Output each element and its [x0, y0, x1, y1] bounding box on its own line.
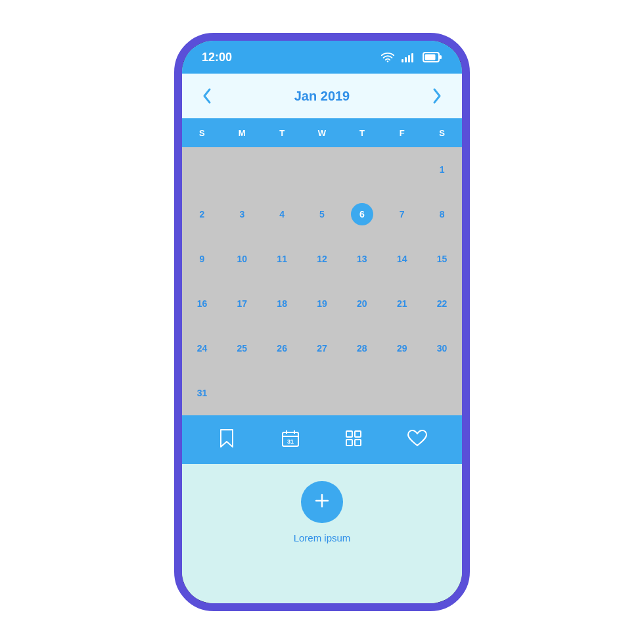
- svg-rect-16: [355, 440, 361, 446]
- plus-icon: [313, 492, 331, 512]
- day-cell: [182, 147, 222, 192]
- calendar-icon: 31: [281, 428, 300, 451]
- day-cell[interactable]: 4: [262, 192, 302, 237]
- fab-label: Lorem ipsum: [294, 532, 351, 543]
- day-cell[interactable]: 8: [422, 192, 462, 237]
- day-cell: [382, 371, 422, 415]
- wifi-icon: [380, 51, 395, 63]
- svg-rect-3: [408, 55, 410, 62]
- fab-area: Lorem ipsum: [182, 464, 462, 603]
- signal-icon: [402, 51, 416, 63]
- weekday-label: F: [382, 118, 422, 147]
- day-cell[interactable]: 27: [302, 326, 342, 371]
- svg-rect-6: [425, 55, 436, 60]
- nav-grid[interactable]: [338, 424, 369, 455]
- status-bar: 12:00: [182, 41, 462, 74]
- svg-rect-7: [440, 55, 442, 59]
- day-cell[interactable]: 5: [302, 192, 342, 237]
- month-navigation: Jan 2019: [182, 74, 462, 118]
- add-button[interactable]: [301, 481, 343, 523]
- svg-rect-4: [411, 53, 413, 62]
- weekday-label: T: [262, 118, 302, 147]
- svg-rect-13: [346, 431, 352, 437]
- status-time: 12:00: [202, 51, 232, 64]
- day-cell[interactable]: 29: [382, 326, 422, 371]
- day-cell: [302, 371, 342, 415]
- day-cell[interactable]: 15: [422, 237, 462, 281]
- day-cell[interactable]: 14: [382, 237, 422, 281]
- prev-month-button[interactable]: [198, 87, 216, 105]
- day-cell: [262, 371, 302, 415]
- svg-rect-15: [346, 440, 352, 446]
- weekday-header: S M T W T F S: [182, 118, 462, 147]
- nav-bookmark[interactable]: [211, 424, 242, 455]
- day-cell: [222, 147, 262, 192]
- day-cell[interactable]: 2: [182, 192, 222, 237]
- day-cell[interactable]: 3: [222, 192, 262, 237]
- day-cell[interactable]: 1: [422, 147, 462, 192]
- day-cell[interactable]: 7: [382, 192, 422, 237]
- day-cell[interactable]: 30: [422, 326, 462, 371]
- day-cell[interactable]: 11: [262, 237, 302, 281]
- day-cell[interactable]: 17: [222, 281, 262, 326]
- day-cell: [422, 371, 462, 415]
- svg-rect-14: [355, 431, 361, 437]
- day-cell[interactable]: 22: [422, 281, 462, 326]
- day-cell[interactable]: 10: [222, 237, 262, 281]
- day-cell[interactable]: 31: [182, 371, 222, 415]
- day-cell[interactable]: 6: [342, 192, 382, 237]
- weekday-label: T: [342, 118, 382, 147]
- phone-frame: 12:00: [174, 33, 470, 611]
- svg-point-0: [387, 60, 388, 62]
- nav-favorites[interactable]: [402, 424, 433, 455]
- weekday-label: W: [302, 118, 342, 147]
- grid-icon: [344, 429, 363, 450]
- day-cell: [342, 371, 382, 415]
- day-cell: [342, 147, 382, 192]
- day-cell: [222, 371, 262, 415]
- day-cell[interactable]: 16: [182, 281, 222, 326]
- day-cell[interactable]: 19: [302, 281, 342, 326]
- svg-rect-2: [405, 57, 407, 62]
- day-cell: [382, 147, 422, 192]
- heart-icon: [407, 429, 428, 450]
- svg-text:31: 31: [287, 438, 294, 445]
- day-cell[interactable]: 26: [262, 326, 302, 371]
- day-cell[interactable]: 24: [182, 326, 222, 371]
- bottom-nav: 31: [182, 415, 462, 464]
- phone-screen: 12:00: [182, 41, 462, 603]
- weekday-label: S: [422, 118, 462, 147]
- day-cell[interactable]: 28: [342, 326, 382, 371]
- day-cell[interactable]: 25: [222, 326, 262, 371]
- calendar-grid: 1234567891011121314151617181920212224252…: [182, 147, 462, 415]
- day-cell[interactable]: 20: [342, 281, 382, 326]
- day-cell[interactable]: 9: [182, 237, 222, 281]
- weekday-label: M: [222, 118, 262, 147]
- svg-rect-1: [402, 59, 403, 62]
- battery-icon: [423, 52, 442, 62]
- status-icons: [380, 51, 442, 63]
- next-month-button[interactable]: [428, 87, 446, 105]
- day-cell: [262, 147, 302, 192]
- day-cell[interactable]: 21: [382, 281, 422, 326]
- month-label: Jan 2019: [294, 89, 350, 104]
- day-cell[interactable]: 13: [342, 237, 382, 281]
- nav-calendar[interactable]: 31: [275, 424, 306, 455]
- bookmark-icon: [218, 428, 235, 451]
- weekday-label: S: [182, 118, 222, 147]
- day-cell: [302, 147, 342, 192]
- day-cell[interactable]: 18: [262, 281, 302, 326]
- day-cell[interactable]: 12: [302, 237, 342, 281]
